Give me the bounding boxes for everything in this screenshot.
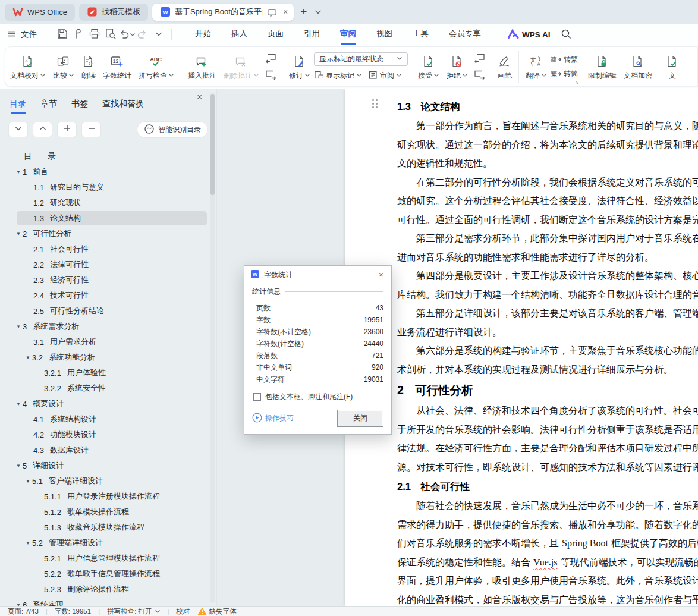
include-footnotes-checkbox[interactable]: 包括文本框、脚注和尾注(F) <box>252 392 383 402</box>
markup-state-select[interactable]: 显示标记的最终状态 <box>314 52 408 66</box>
sidebar-scrollbar-thumb[interactable] <box>210 94 215 195</box>
spellcheck-button[interactable]: ABC 拼写检查 <box>135 49 178 84</box>
sidebar-tab-chapters[interactable]: 章节 <box>40 99 57 109</box>
toc-item-5.2.1[interactable]: 5.2.1用户信息管理模块操作流程 <box>0 551 216 566</box>
toc-item-5.2.2[interactable]: 5.2.2歌单歌手信息管理操作流程 <box>0 566 216 582</box>
toc-item-4.1[interactable]: 4.1系统结构设计 <box>0 411 216 427</box>
previous-comment-icon[interactable] <box>265 52 277 64</box>
missing-font-warning[interactable]: 缺失字体 <box>197 606 237 616</box>
dialog-close-button[interactable]: 关闭 <box>337 410 383 427</box>
toc-item-5.1.1[interactable]: 5.1.1用户登录注册模块操作流程 <box>0 489 216 504</box>
toc-item-4.3[interactable]: 4.3数据库设计 <box>0 442 216 458</box>
toc-item-2.4[interactable]: 2.4技术可行性 <box>0 288 216 303</box>
word-count-button[interactable]: 12 字数统计 <box>99 49 135 84</box>
ink-pen-button[interactable]: 画笔 <box>494 49 515 84</box>
restrict-editing-button[interactable]: 限制编辑 <box>584 49 620 84</box>
toc-item-5[interactable]: ▼5详细设计 <box>0 458 216 473</box>
page-indicator[interactable]: 页面: 7/43 <box>8 607 39 616</box>
file-menu[interactable]: 文件 <box>7 29 37 40</box>
tab-wps-office[interactable]: WPS Office <box>5 4 75 21</box>
toc-item-2.3[interactable]: 2.3经济可行性 <box>0 272 216 288</box>
menu-tab-home[interactable]: 开始 <box>185 24 221 45</box>
print-button[interactable] <box>86 27 102 42</box>
paragraph-drag-handle[interactable] <box>372 99 378 109</box>
smart-toc-button[interactable]: 智能识别目录 <box>137 121 208 138</box>
next-comment-icon[interactable] <box>265 69 277 81</box>
sidebar-tab-toc[interactable]: 目录 <box>10 99 26 109</box>
toc-item-2.5[interactable]: 2.5可行性分析结论 <box>0 303 216 319</box>
expand-down-button[interactable] <box>8 122 28 137</box>
toc-item-2.1[interactable]: 2.1社会可行性 <box>0 241 216 257</box>
toc-item-5.2[interactable]: ▼5.2管理端详细设计 <box>0 535 216 551</box>
insert-comment-button[interactable]: 插入批注 <box>184 49 220 84</box>
dialog-close-icon[interactable]: × <box>377 270 385 279</box>
word-count-indicator[interactable]: 字数: 19951 <box>55 607 91 616</box>
toc-item-1.3[interactable]: 1.3论文结构 <box>0 210 216 226</box>
menu-tab-insert[interactable]: 插入 <box>221 24 257 45</box>
search-button[interactable] <box>560 28 572 42</box>
collapse-triangle-icon[interactable]: ▼ <box>24 479 32 484</box>
toc-item-3.2.1[interactable]: 3.2.1用户体验性 <box>0 365 216 381</box>
quick-access-chevron-icon[interactable] <box>150 27 166 42</box>
export-pdf-button[interactable] <box>70 27 86 42</box>
toc-item-5.1.3[interactable]: 5.1.3收藏音乐模块操作流程 <box>0 520 216 535</box>
collapse-triangle-icon[interactable]: ▼ <box>24 355 32 360</box>
track-changes-button[interactable]: 修订 <box>285 49 314 84</box>
menu-tab-view[interactable]: 视图 <box>366 24 403 45</box>
show-markup-button[interactable]: 显示标记 <box>314 70 362 81</box>
document-page[interactable]: 1.3 论文结构第一部分作为前言，旨在阐述与音乐系统相关的研究目的与意义，随后研… <box>345 89 698 606</box>
menu-tab-tools[interactable]: 工具 <box>403 24 439 45</box>
menu-tab-member[interactable]: 会员专享 <box>439 24 491 45</box>
accept-change-button[interactable]: 接受 <box>414 49 443 84</box>
toc-item-4.2[interactable]: 4.2功能模块设计 <box>0 427 216 442</box>
redo-button[interactable] <box>134 27 150 42</box>
toc-item-5.2.3[interactable]: 5.2.3删除评论操作流程 <box>0 582 216 597</box>
review-pane-button[interactable]: 审阅 <box>368 70 402 81</box>
collapse-triangle-icon[interactable]: ▼ <box>14 463 23 469</box>
menu-tab-page-layout[interactable]: 页面 <box>257 24 294 45</box>
toc-item-1.1[interactable]: 1.1研究目的与意义 <box>0 180 216 195</box>
menu-tab-reference[interactable]: 引用 <box>294 24 330 45</box>
undo-button[interactable] <box>118 27 134 42</box>
menu-tab-review[interactable]: 审阅 <box>330 24 366 45</box>
read-aloud-button[interactable]: 朗读 <box>78 49 99 84</box>
next-change-icon[interactable] <box>473 69 486 81</box>
dialog-launcher-icon[interactable]: ↘ <box>574 80 579 85</box>
toc-item-3.1[interactable]: 3.1用户需求分析 <box>0 334 216 350</box>
toc-item-3.2[interactable]: ▼3.2系统功能分析 <box>0 350 216 365</box>
collapse-triangle-icon[interactable]: ▼ <box>14 231 23 237</box>
collapse-triangle-icon[interactable]: ▼ <box>14 602 23 607</box>
reject-change-button[interactable]: 拒绝 <box>443 49 471 84</box>
toc-item-3[interactable]: ▼3系统需求分析 <box>0 319 216 334</box>
tips-link[interactable]: 操作技巧 <box>252 413 294 425</box>
collapse-triangle-icon[interactable]: ▼ <box>24 540 32 546</box>
traditional-to-simplified-button[interactable]: 繁 转简 <box>551 69 578 79</box>
sidebar-tab-bookmarks[interactable]: 书签 <box>71 99 88 109</box>
tab-document[interactable]: W 基于Spring Boot的音乐平台设计 × <box>152 4 294 21</box>
toc-item-3.2.2[interactable]: 3.2.2系统安全性 <box>0 381 216 396</box>
previous-change-icon[interactable] <box>473 52 486 64</box>
toc-item-6[interactable]: ▼6系统实现 <box>0 597 216 606</box>
toc-item-5.1[interactable]: ▼5.1客户端详细设计 <box>0 473 216 489</box>
compare-button[interactable]: 比较 <box>49 49 78 84</box>
toc-item-4[interactable]: ▼4概要设计 <box>0 396 216 411</box>
spellcheck-toggle[interactable]: 拼写检查: 打开 <box>107 607 160 616</box>
collapse-triangle-icon[interactable]: ▼ <box>14 401 23 407</box>
encrypt-document-button[interactable]: 文档加密 <box>620 49 656 84</box>
document-permission-button[interactable]: 文 <box>656 49 689 84</box>
toc-item-1[interactable]: ▼1前言 <box>0 164 216 180</box>
toc-item-5.1.2[interactable]: 5.1.2歌单模块操作流程 <box>0 504 216 520</box>
collapse-triangle-icon[interactable]: ▼ <box>14 324 23 329</box>
sidebar-close-icon[interactable]: × <box>197 92 202 102</box>
dialog-titlebar[interactable]: W 字数统计 × <box>244 266 391 284</box>
save-button[interactable] <box>54 27 70 42</box>
proofing-button[interactable]: a 文档校对 <box>7 49 49 84</box>
toc-item-2[interactable]: ▼2可行性分析 <box>0 226 216 241</box>
delete-comment-button[interactable]: 删除批注 <box>220 49 263 84</box>
sidebar-scrollbar[interactable] <box>210 93 215 603</box>
sidebar-tab-find-replace[interactable]: 查找和替换 <box>102 99 144 109</box>
collapse-all-button[interactable] <box>81 122 101 137</box>
close-document-icon[interactable]: × <box>282 8 289 16</box>
toc-item-1.2[interactable]: 1.2研究现状 <box>0 195 216 210</box>
tab-list-chevron-icon[interactable] <box>313 7 323 17</box>
